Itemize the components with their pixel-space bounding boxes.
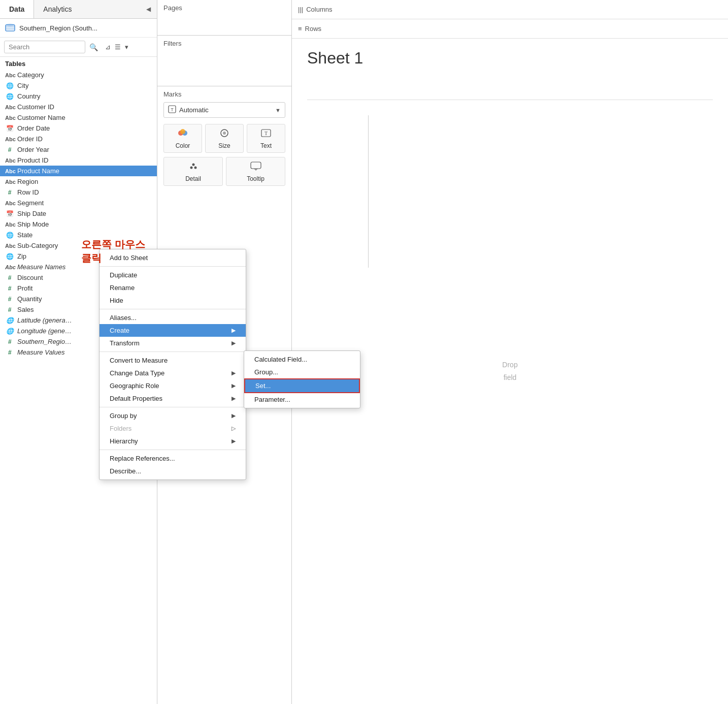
field-row-id[interactable]: # Row ID — [0, 187, 157, 198]
svg-point-15 — [192, 164, 194, 166]
field-icon-row-id: # — [5, 189, 14, 196]
datasource-row[interactable]: Southern_Region (South... — [0, 19, 157, 38]
menu-add-to-sheet[interactable]: Add to Sheet — [100, 251, 246, 264]
menu-replace-references-label: Replace References... — [110, 455, 175, 462]
field-label-zip: Zip — [17, 252, 26, 260]
search-button[interactable]: 🔍 — [87, 42, 100, 52]
menu-aliases[interactable]: Aliases... — [100, 311, 246, 324]
field-label-country: Country — [17, 92, 41, 100]
submenu-parameter-label: Parameter... — [254, 396, 290, 403]
menu-create-label: Create — [110, 327, 129, 334]
field-label-longitude: Longitude (gene… — [17, 327, 72, 335]
field-label-customer-name: Customer Name — [17, 114, 65, 121]
marks-color-button[interactable]: Color — [163, 124, 202, 153]
marks-color-icon — [177, 129, 189, 140]
menu-create-arrow: ▶ — [231, 327, 236, 334]
field-customer-id[interactable]: Abc Customer ID — [0, 102, 157, 112]
search-input[interactable] — [4, 41, 85, 53]
submenu-calculated-field[interactable]: Calculated Field... — [244, 353, 360, 366]
field-icon-discount: # — [5, 274, 14, 281]
svg-text:T: T — [264, 131, 268, 136]
field-state[interactable]: 🌐 State — [0, 230, 157, 240]
field-label-state: State — [17, 231, 32, 239]
menu-group-by-arrow: ▶ — [231, 412, 236, 419]
marks-tooltip-button[interactable]: Tooltip — [226, 157, 285, 186]
submenu-set-label: Set... — [255, 382, 271, 390]
drop-field-hint[interactable]: Drop field — [502, 359, 517, 384]
left-panel: Data Analytics ◀ Southern_Region (South.… — [0, 0, 157, 704]
field-icon-segment: Abc — [5, 200, 14, 206]
dropdown-icon[interactable]: ▾ — [124, 42, 129, 52]
field-label-profit: Profit — [17, 284, 32, 292]
menu-change-data-type[interactable]: Change Data Type ▶ — [100, 367, 246, 379]
columns-shelf-content[interactable] — [359, 4, 722, 16]
menu-replace-references[interactable]: Replace References... — [100, 452, 246, 465]
field-icon-region: Abc — [5, 179, 14, 185]
field-order-date[interactable]: 📅 Order Date — [0, 123, 157, 134]
field-label-product-name: Product Name — [17, 167, 59, 175]
menu-convert-to-measure[interactable]: Convert to Measure — [100, 354, 246, 367]
menu-geographic-role[interactable]: Geographic Role ▶ — [100, 379, 246, 392]
menu-describe[interactable]: Describe... — [100, 465, 246, 477]
marks-detail-button[interactable]: Detail — [163, 157, 223, 186]
field-label-discount: Discount — [17, 274, 43, 281]
field-segment[interactable]: Abc Segment — [0, 198, 157, 208]
marks-dropdown-arrow: ▼ — [275, 107, 281, 113]
field-ship-mode[interactable]: Abc Ship Mode — [0, 219, 157, 230]
marks-color-label: Color — [176, 142, 190, 149]
tab-analytics[interactable]: Analytics — [34, 0, 81, 18]
marks-text-button[interactable]: T Text — [247, 124, 285, 153]
field-icon-order-year: # — [5, 146, 14, 153]
menu-group-by[interactable]: Group by ▶ — [100, 409, 246, 422]
sheet-lines — [307, 100, 713, 217]
field-order-year[interactable]: # Order Year — [0, 144, 157, 155]
menu-hide[interactable]: Hide — [100, 294, 246, 307]
svg-point-1 — [6, 24, 15, 26]
menu-sep-5 — [100, 450, 246, 450]
field-icon-sales: # — [5, 306, 14, 313]
field-region[interactable]: Abc Region — [0, 176, 157, 187]
grid-icon[interactable]: ☰ — [114, 42, 122, 52]
field-icon-zip: 🌐 — [5, 253, 14, 260]
field-ship-date[interactable]: 📅 Ship Date — [0, 208, 157, 219]
menu-rename[interactable]: Rename — [100, 281, 246, 294]
context-menu: Add to Sheet Duplicate Rename Hide Alias… — [99, 249, 246, 480]
drop-field-line1: Drop — [502, 361, 517, 369]
menu-default-properties[interactable]: Default Properties ▶ — [100, 392, 246, 405]
submenu-set[interactable]: Set... — [244, 378, 360, 393]
filter-icon[interactable]: ⊿ — [104, 42, 112, 52]
rows-shelf-label: ≡ Rows — [298, 25, 359, 33]
field-icon-customer-name: Abc — [5, 115, 14, 121]
field-category[interactable]: Abc Category — [0, 70, 157, 80]
columns-shelf: ||| Columns — [292, 0, 728, 19]
field-product-name[interactable]: Abc Product Name — [0, 166, 157, 176]
menu-hierarchy[interactable]: Hierarchy ▶ — [100, 435, 246, 447]
submenu-group[interactable]: Group... — [244, 366, 360, 378]
field-icon-quantity: # — [5, 296, 14, 303]
menu-create[interactable]: Create ▶ — [100, 324, 246, 337]
field-order-id[interactable]: Abc Order ID — [0, 134, 157, 144]
sheet-title: Sheet 1 — [307, 49, 713, 68]
menu-geographic-role-label: Geographic Role — [110, 382, 159, 390]
marks-size-button[interactable]: Size — [205, 124, 244, 153]
menu-transform[interactable]: Transform ▶ — [100, 337, 246, 349]
rows-shelf-content[interactable] — [359, 23, 722, 35]
field-city[interactable]: 🌐 City — [0, 80, 157, 91]
menu-change-data-type-arrow: ▶ — [231, 370, 236, 376]
menu-duplicate[interactable]: Duplicate — [100, 269, 246, 281]
field-country[interactable]: 🌐 Country — [0, 91, 157, 102]
marks-text-icon: T — [260, 129, 272, 140]
submenu-parameter[interactable]: Parameter... — [244, 393, 360, 406]
field-label-order-date: Order Date — [17, 124, 50, 132]
menu-folders-label: Folders — [110, 425, 131, 432]
field-icon-order-id: Abc — [5, 136, 14, 142]
field-customer-name[interactable]: Abc Customer Name — [0, 112, 157, 123]
field-icon-product-id: Abc — [5, 157, 14, 164]
filters-section: Filters — [157, 36, 291, 86]
marks-size-label: Size — [218, 142, 230, 149]
collapse-panel-button[interactable]: ◀ — [140, 1, 157, 18]
marks-type-dropdown[interactable]: T Automatic ▼ — [163, 102, 285, 118]
marks-type-icon: T — [168, 105, 176, 115]
field-product-id[interactable]: Abc Product ID — [0, 155, 157, 166]
tab-data[interactable]: Data — [0, 0, 34, 18]
